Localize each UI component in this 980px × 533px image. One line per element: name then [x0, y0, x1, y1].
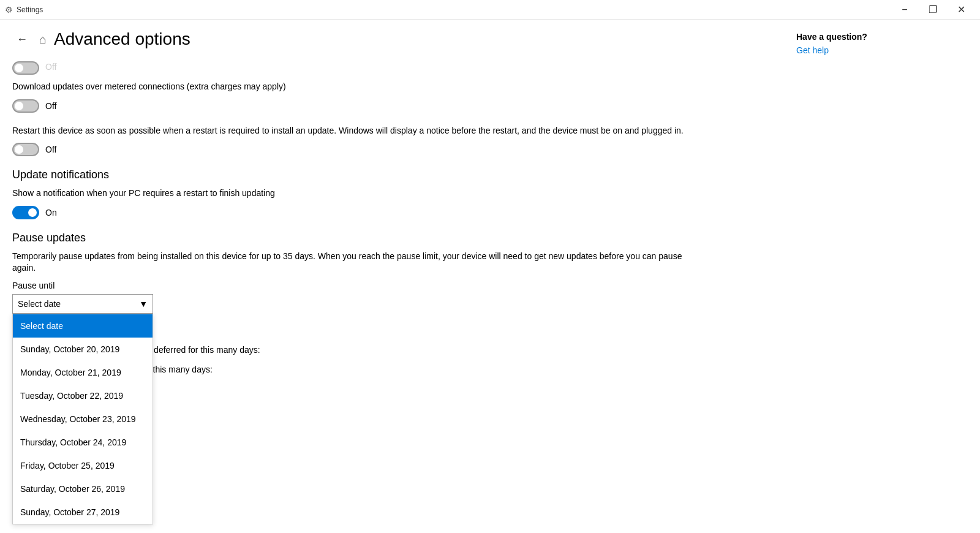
dropdown-selected[interactable]: Select date ▼: [12, 294, 153, 314]
pause-until-label: Pause until: [12, 281, 760, 290]
chevron-down-icon: ▼: [139, 299, 148, 309]
content-area: ← ⌂ Advanced options Off Download update…: [0, 20, 980, 533]
minimize-button[interactable]: −: [891, 0, 919, 20]
dropdown-selected-text: Select date: [18, 299, 61, 309]
pause-updates-heading: Pause updates: [12, 232, 760, 244]
pause-until-dropdown[interactable]: Select date ▼ Select date Sunday, Octobe…: [12, 294, 153, 314]
dropdown-option-5[interactable]: Thursday, October 24, 2019: [13, 431, 153, 454]
close-button[interactable]: ✕: [947, 0, 975, 20]
pause-description: Temporarily pause updates from being ins…: [12, 251, 686, 274]
update-notifications-section: Update notifications Show a notification…: [12, 168, 760, 219]
title-bar-text: Settings: [17, 6, 43, 14]
dropdown-option-6[interactable]: Friday, October 25, 2019: [13, 454, 153, 477]
metered-toggle-row: Off: [12, 99, 760, 113]
get-help-link[interactable]: Get help: [796, 45, 829, 55]
restart-toggle-label: Off: [45, 145, 56, 154]
metered-toggle[interactable]: [12, 99, 39, 113]
update-notifications-heading: Update notifications: [12, 168, 760, 181]
notification-toggle-row: On: [12, 206, 760, 219]
restart-toggle[interactable]: [12, 143, 39, 156]
notification-toggle-label: On: [45, 208, 57, 217]
notification-description: Show a notification when your PC require…: [12, 187, 686, 200]
title-bar-controls: − ❐ ✕: [891, 0, 975, 20]
pause-updates-section: Pause updates Temporarily pause updates …: [12, 232, 760, 314]
title-bar: ⚙ Settings − ❐ ✕: [0, 0, 980, 20]
dropdown-option-7[interactable]: Saturday, October 26, 2019: [13, 477, 153, 501]
metered-connection-section: Download updates over metered connection…: [12, 81, 760, 113]
metered-description: Download updates over metered connection…: [12, 81, 686, 93]
restart-description: Restart this device as soon as possible …: [12, 125, 686, 137]
page-header: ← ⌂ Advanced options: [12, 20, 760, 61]
page-title: Advanced options: [54, 29, 190, 49]
dropdown-option-8[interactable]: Sunday, October 27, 2019: [13, 501, 153, 524]
dropdown-option-3[interactable]: Tuesday, October 22, 2019: [13, 384, 153, 407]
restart-section: Restart this device as soon as possible …: [12, 125, 760, 157]
dropdown-option-4[interactable]: Wednesday, October 23, 2019: [13, 407, 153, 431]
notification-toggle[interactable]: [12, 206, 39, 219]
top-toggle-label: Off: [45, 62, 56, 72]
window: ⚙ Settings − ❐ ✕ ← ⌂ Advanced options: [0, 0, 980, 533]
main-content: ← ⌂ Advanced options Off Download update…: [0, 20, 784, 533]
restore-button[interactable]: ❐: [919, 0, 947, 20]
dropdown-option-1[interactable]: Sunday, October 20, 2019: [13, 338, 153, 361]
scrolled-top-section: Off: [12, 61, 760, 75]
dropdown-option-0[interactable]: Select date: [13, 314, 153, 338]
dropdown-option-2[interactable]: Monday, October 21, 2019: [13, 361, 153, 384]
settings-icon: ⚙: [5, 5, 13, 15]
home-icon: ⌂: [39, 32, 47, 47]
sidebar-panel: Have a question? Get help: [784, 20, 980, 533]
metered-toggle-label: Off: [45, 101, 56, 111]
restart-toggle-row: Off: [12, 143, 760, 156]
have-question-label: Have a question?: [796, 32, 968, 42]
dropdown-list: Select date Sunday, October 20, 2019 Mon…: [12, 314, 153, 524]
back-button[interactable]: ←: [12, 29, 32, 49]
top-toggle[interactable]: [12, 61, 39, 75]
